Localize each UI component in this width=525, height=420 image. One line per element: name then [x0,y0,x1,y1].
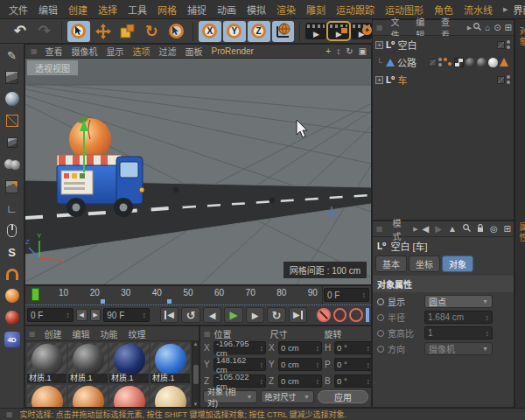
apply-button[interactable]: 应用 [318,390,368,403]
material-thumbnail[interactable]: 材质.1 [109,343,149,383]
scroll-up-icon[interactable]: ▲ [193,341,199,346]
instance-tool[interactable] [4,178,21,195]
material-tag-icon[interactable] [488,58,498,67]
menubar-item-1[interactable]: 编辑 [33,0,63,19]
add-panel-icon[interactable]: ⊞ [501,224,514,234]
play-button[interactable]: ▶ [224,307,242,323]
expand-icon[interactable]: + [375,41,383,49]
render-settings-button[interactable]: ▶ [351,23,372,39]
prev-frame-button[interactable]: ◀ [203,307,221,323]
visibility-dots[interactable] [507,40,510,49]
rotate-tool-button[interactable]: ↻ [140,21,163,42]
menubar-item-8[interactable]: 模拟 [242,0,271,19]
bodypaint-tool[interactable] [4,309,21,326]
mat-menu-function[interactable]: 功能 [95,326,123,341]
menubar-item-2[interactable]: 创建 [63,0,93,19]
redo-button[interactable]: ↷ [33,21,56,42]
menubar-item-4[interactable]: 工具 [122,0,152,19]
keyframe-marker[interactable] [167,299,172,304]
radio-icon[interactable] [377,298,384,305]
keyframe-selection-button[interactable]: ? [349,308,363,322]
goto-end-button[interactable]: ▶ [289,307,307,323]
material-thumbnail[interactable]: 材质.1 [68,343,108,383]
range-start-field[interactable]: 0 F ↕ [27,308,74,322]
next-key-button[interactable]: ↻ [267,307,285,323]
position-mode-dropdown[interactable]: 对象 (相对)▼ [203,390,257,403]
powerslider-handle[interactable] [366,308,369,322]
vp-menu-options[interactable]: 选项 [129,44,155,59]
live-selection-button[interactable] [67,21,90,42]
drag-handle-icon[interactable]: ▦ [376,24,383,32]
move-tool-button[interactable] [92,21,115,42]
object-row-null[interactable]: + L⁰ 空白 [373,36,514,53]
material-tag-icon[interactable] [466,58,475,67]
sculpt-tool[interactable]: S [4,243,21,261]
pos-x-field[interactable]: -196.795 cm↕ [214,341,266,354]
playhead[interactable] [32,288,39,301]
paint-material-tool[interactable] [4,287,21,304]
mouse-mode-tool[interactable] [4,221,21,239]
scroll-thumb[interactable] [193,365,199,384]
vp-menu-panel[interactable]: 面板 [181,44,207,59]
drag-handle-icon[interactable]: ▦ [376,225,383,233]
render-view-button[interactable]: ▶ [305,23,326,39]
scale-tool-button[interactable] [116,21,138,42]
size-x-field[interactable]: 0 cm↕ [278,341,322,354]
enable-toggle[interactable] [497,76,505,84]
coordinate-system-button[interactable] [272,21,295,42]
menubar-item-14[interactable]: 流水线 [458,0,498,19]
align-spline-tag-icon[interactable] [500,58,508,66]
spinner-icon[interactable]: ↕ [486,313,490,322]
mat-menu-create[interactable]: 创建 [39,326,67,341]
object-row-car[interactable]: + L⁰ 车 [373,71,514,88]
spinner-icon[interactable]: ↕ [486,329,490,338]
rotate-view-icon[interactable]: ↻ [343,46,355,56]
up-level-icon[interactable]: ▲ [445,224,459,234]
magnet-snap-tool[interactable] [4,265,21,283]
radio-icon[interactable] [377,346,384,353]
material-thumbnail[interactable] [109,385,149,407]
spinner-icon[interactable]: ↕ [143,311,147,319]
material-tag-icon[interactable] [477,58,486,67]
undo-button[interactable]: ↶ [9,21,32,42]
radio-icon[interactable] [377,314,384,321]
material-thumbnail[interactable]: 材质.1 [150,343,190,383]
spline-pen-tool[interactable]: ✎ [4,46,21,64]
menubar-item-3[interactable]: 选择 [93,0,122,19]
material-thumbnail[interactable]: 材质.1 [27,343,66,383]
object-name[interactable]: 空白 [398,38,417,52]
range-prev-button[interactable]: ◀ [76,309,88,321]
tab-object[interactable]: 对象 [442,256,473,272]
timeline-ruler[interactable]: 0 10 20 30 40 50 60 70 80 90 [25,286,323,304]
last-tool-button[interactable] [164,21,187,42]
expand-icon[interactable]: + [375,76,383,84]
menubar-item-9[interactable]: 渲染 [271,0,301,19]
range-next-button[interactable]: ▶ [90,309,102,321]
add-cube-tool[interactable] [4,68,21,86]
phong-tag-icon[interactable] [444,58,452,66]
render-picture-viewer-button[interactable]: ▶ [328,23,349,39]
zoom-view-icon[interactable]: ↕ [333,46,343,56]
visibility-dots[interactable] [438,58,442,66]
vp-menu-filter[interactable]: 过滤 [155,44,181,59]
menubar-item-0[interactable]: 文件 [4,0,33,19]
size-y-field[interactable]: 0 cm↕ [278,358,322,371]
record-keyframe-button[interactable] [317,308,331,322]
vp-menu-prorender[interactable]: ProRender [207,46,258,57]
menubar-item-11[interactable]: 运动跟踪 [331,0,380,19]
object-row-road[interactable]: └ 公路 [373,53,514,71]
orientation-dropdown[interactable]: 摄像机▼ [424,342,493,355]
home-icon[interactable]: ⌂ [483,23,492,32]
tab-attributes-vertical[interactable]: 属性 [516,222,525,243]
drag-handle-icon[interactable]: ▦ [29,330,36,338]
tab-coordinates[interactable]: 坐标 [409,256,440,272]
workplane-axis-tool[interactable]: ∟ [4,200,21,217]
menubar-item-7[interactable]: 动画 [212,0,242,19]
radio-icon[interactable] [377,330,384,337]
pan-view-icon[interactable]: + [323,46,333,56]
tab-object-manager-vertical[interactable]: 对象 [516,26,525,47]
menu-overflow-arrow-icon[interactable]: ▶ [503,6,508,13]
menubar-item-10[interactable]: 雕刻 [301,0,331,19]
object-name[interactable]: 车 [398,73,408,87]
vp-menu-camera[interactable]: 摄像机 [67,44,102,59]
